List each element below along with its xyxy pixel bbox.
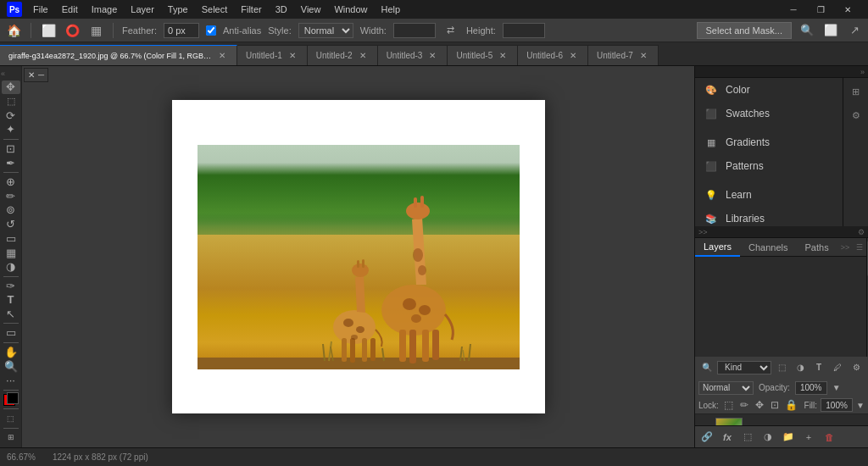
toolbar-collapse[interactable]: « [1, 69, 5, 78]
tab-untitled1-close[interactable]: ✕ [287, 50, 298, 62]
pen-tool[interactable]: ✑ [2, 279, 20, 292]
fill-arrow[interactable]: ▼ [856, 401, 865, 410]
lock-artboard-icon[interactable]: ⊡ [769, 397, 781, 413]
marquee-circle-icon[interactable]: ⭕ [64, 22, 81, 39]
screen-mode[interactable]: ⊞ [2, 430, 20, 444]
menu-select[interactable]: Select [196, 3, 234, 16]
panel-icon[interactable]: ⬜ [822, 22, 839, 39]
menu-file[interactable]: File [27, 3, 54, 16]
quick-mask-tool[interactable]: ⬚ [2, 412, 20, 425]
filter-type-icon[interactable]: T [810, 359, 827, 376]
marquee-rect-icon[interactable]: ⬜ [40, 22, 57, 39]
tab-untitled1[interactable]: Untitled-1 ✕ [237, 45, 308, 65]
new-layer-button[interactable]: + [800, 429, 817, 446]
clone-tool[interactable]: ⊚ [2, 203, 20, 217]
search-icon[interactable]: 🔍 [798, 22, 815, 39]
height-input[interactable] [503, 23, 545, 38]
tab-paths[interactable]: Paths [797, 238, 837, 257]
eraser-tool[interactable]: ▭ [2, 231, 20, 245]
link-layers-button[interactable]: 🔗 [698, 429, 715, 446]
layers-kind-select[interactable]: Kind [717, 361, 771, 374]
menu-3d[interactable]: 3D [270, 3, 293, 16]
home-icon[interactable]: 🏠 [5, 22, 22, 39]
filter-pixel-icon[interactable]: ⬚ [773, 359, 790, 376]
tab-untitled6[interactable]: Untitled-6 ✕ [518, 45, 588, 65]
opacity-arrow[interactable]: ▼ [832, 383, 841, 392]
lock-transparent-icon[interactable]: ⬚ [722, 397, 734, 413]
select-mask-button[interactable]: Select and Mask... [697, 22, 793, 39]
swatches-panel-item[interactable]: ⬛ Swatches [695, 102, 843, 125]
dodge-tool[interactable]: ◑ [2, 260, 20, 274]
vert-btn-1[interactable]: ⊞ [846, 81, 866, 102]
gradients-panel-item[interactable]: ▦ Gradients [695, 130, 843, 154]
color-swatches[interactable] [2, 392, 20, 406]
adjustment-button[interactable]: ◑ [760, 429, 776, 446]
layer-row-layer0[interactable]: 👁 Layer 0 [695, 414, 868, 425]
fx-button[interactable]: fx [719, 429, 736, 446]
tab-untitled3-close[interactable]: ✕ [426, 50, 438, 62]
filter-smart-icon[interactable]: ⚙ [848, 359, 865, 376]
tab-channels[interactable]: Channels [740, 238, 796, 257]
opacity-input[interactable] [795, 381, 827, 395]
gradient-tool[interactable]: ▦ [2, 246, 20, 259]
delete-layer-button[interactable]: 🗑 [821, 429, 837, 446]
tab-main[interactable]: giraffe-g314ea2872_1920.jpg @ 66.7% (Col… [0, 45, 237, 65]
learn-panel-item[interactable]: 💡 Learn [695, 183, 843, 207]
tab-untitled2[interactable]: Untitled-2 ✕ [308, 45, 378, 65]
layers-menu[interactable]: ☰ [853, 243, 866, 252]
float-minimize[interactable]: ─ [38, 70, 44, 80]
heal-tool[interactable]: ⊕ [2, 175, 20, 189]
shape-tool[interactable]: ▭ [2, 326, 20, 340]
menu-edit[interactable]: Edit [56, 3, 84, 16]
tab-untitled2-close[interactable]: ✕ [357, 50, 369, 62]
menu-window[interactable]: Window [328, 3, 373, 16]
swap-wh-icon[interactable]: ⇄ [442, 22, 459, 39]
hand-tool[interactable]: ✋ [2, 346, 20, 359]
restore-button[interactable]: ❐ [807, 0, 834, 19]
layers-header-icon1[interactable]: ⚙ [858, 228, 865, 236]
path-select-tool[interactable]: ↖ [2, 308, 20, 321]
history-tool[interactable]: ↺ [2, 218, 20, 231]
vert-btn-2[interactable]: ⚙ [846, 105, 866, 125]
tab-untitled5-close[interactable]: ✕ [497, 50, 509, 62]
menu-help[interactable]: Help [376, 3, 407, 16]
select-col-icon[interactable]: ▦ [87, 22, 104, 39]
tab-untitled7-close[interactable]: ✕ [637, 50, 649, 62]
lock-paint-icon[interactable]: ✏ [737, 397, 749, 413]
share-icon[interactable]: ↗ [846, 22, 863, 39]
mask-button[interactable]: ⬚ [739, 429, 756, 446]
lock-all-icon[interactable]: 🔒 [785, 397, 798, 413]
color-panel-item[interactable]: 🎨 Color [695, 78, 843, 102]
filter-adj-icon[interactable]: ◑ [792, 359, 809, 376]
more-tools[interactable]: ··· [2, 374, 20, 387]
style-select[interactable]: NormalFixed RatioFixed Size [298, 23, 353, 38]
tab-untitled3[interactable]: Untitled-3 ✕ [378, 45, 448, 65]
zoom-tool[interactable]: 🔍 [2, 359, 20, 373]
magic-wand-tool[interactable]: ✦ [2, 123, 20, 136]
menu-filter[interactable]: Filter [235, 3, 267, 16]
panel-collapse-top[interactable]: » [695, 66, 868, 78]
layers-tabs-expand[interactable]: >> [837, 243, 854, 252]
tab-untitled5[interactable]: Untitled-5 ✕ [448, 45, 518, 65]
feather-input[interactable] [164, 23, 199, 38]
menu-type[interactable]: Type [162, 3, 194, 16]
float-close[interactable]: ✕ [28, 70, 35, 80]
move-tool[interactable]: ✥ [2, 80, 20, 94]
background-color[interactable] [7, 392, 19, 404]
brush-tool[interactable]: ✏ [2, 189, 20, 202]
tab-layers[interactable]: Layers [695, 238, 740, 257]
fill-input[interactable] [821, 398, 853, 412]
antialias-checkbox[interactable] [206, 25, 216, 36]
width-input[interactable] [393, 23, 436, 38]
tab-main-close[interactable]: ✕ [216, 50, 228, 62]
lasso-tool[interactable]: ⟳ [2, 108, 20, 122]
folder-button[interactable]: 📁 [780, 429, 797, 446]
lock-position-icon[interactable]: ✥ [754, 397, 765, 413]
patterns-panel-item[interactable]: ⬛ Patterns [695, 154, 843, 178]
menu-layer[interactable]: Layer [125, 3, 160, 16]
minimize-button[interactable]: ─ [780, 0, 807, 19]
close-button[interactable]: ✕ [834, 0, 861, 19]
eyedropper-tool[interactable]: ✒ [2, 156, 20, 169]
filter-shape-icon[interactable]: 🖊 [829, 359, 846, 376]
tab-untitled7[interactable]: Untitled-7 ✕ [588, 45, 659, 65]
